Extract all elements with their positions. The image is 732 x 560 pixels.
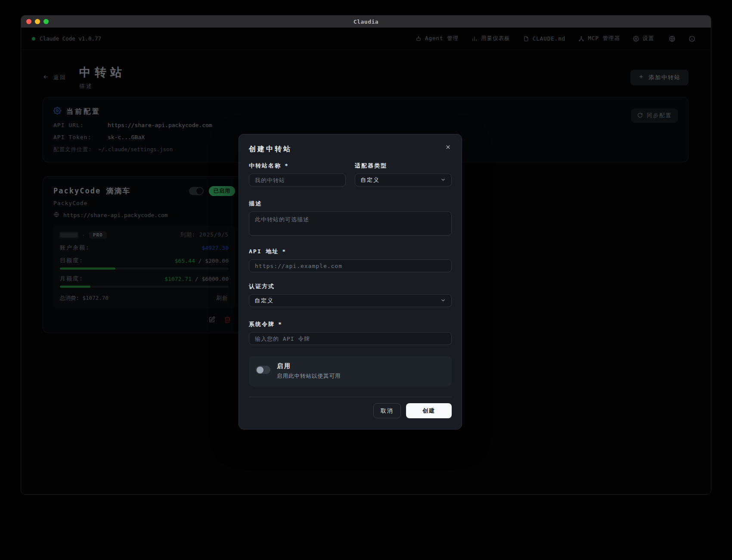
adapter-field-group: 适配器类型 自定义: [355, 162, 452, 187]
traffic-lights: [26, 19, 49, 24]
name-field-group: 中转站名称*: [249, 162, 346, 187]
required-asterisk: *: [285, 162, 288, 169]
modal-title: 创建中转站: [249, 145, 452, 154]
chevron-down-icon: [440, 176, 446, 184]
enable-description: 启用此中转站以使其可用: [277, 373, 341, 380]
enable-label: 启用: [277, 362, 341, 370]
toggle-knob: [257, 367, 264, 373]
modal-footer: 取消 创建: [249, 403, 452, 418]
api-url-label: API 地址*: [249, 248, 452, 255]
window-title: Claudia: [354, 19, 378, 25]
auth-method-label: 认证方式: [249, 283, 452, 290]
zoom-window-button[interactable]: [43, 19, 49, 24]
token-label: 系统令牌*: [249, 320, 452, 328]
app-window: Claudia Claude Code v1.0.77 Agent 管理 用量仪…: [21, 15, 711, 495]
titlebar: Claudia: [21, 16, 711, 28]
api-url-field-group: API 地址*: [249, 248, 452, 272]
modal-divider: [249, 397, 452, 397]
enable-texts: 启用 启用此中转站以使其可用: [277, 362, 341, 380]
description-field-group: 描述: [249, 200, 452, 237]
create-station-modal: 创建中转站 中转站名称* 适配器类型 自定义: [239, 134, 462, 429]
auth-field-group: 认证方式 自定义: [249, 283, 452, 307]
adapter-type-select[interactable]: 自定义: [355, 174, 452, 187]
auth-selected-value: 自定义: [254, 297, 274, 305]
token-field-group: 系统令牌*: [249, 320, 452, 345]
name-label: 中转站名称*: [249, 162, 346, 170]
description-label: 描述: [249, 200, 452, 208]
close-window-button[interactable]: [26, 19, 31, 24]
required-asterisk: *: [282, 248, 285, 255]
minimize-window-button[interactable]: [35, 19, 40, 24]
auth-method-select[interactable]: 自定义: [249, 294, 452, 307]
adapter-label: 适配器类型: [355, 162, 452, 170]
screen: Claudia Claude Code v1.0.77 Agent 管理 用量仪…: [0, 0, 732, 560]
cancel-button[interactable]: 取消: [373, 403, 401, 418]
close-icon: [445, 144, 451, 152]
station-name-input[interactable]: [249, 174, 346, 187]
system-token-input[interactable]: [249, 332, 452, 345]
chevron-down-icon: [440, 297, 446, 305]
adapter-selected-value: 自定义: [360, 176, 380, 184]
enable-panel: 启用 启用此中转站以使其可用: [249, 356, 452, 386]
name-adapter-row: 中转站名称* 适配器类型 自定义: [249, 162, 452, 187]
close-modal-button[interactable]: [444, 143, 452, 153]
create-button[interactable]: 创建: [406, 403, 452, 418]
window-body: Claude Code v1.0.77 Agent 管理 用量仪表板 CLAUD…: [21, 28, 711, 495]
enable-toggle[interactable]: [256, 366, 270, 374]
api-url-input[interactable]: [249, 259, 452, 272]
required-asterisk: *: [278, 321, 282, 327]
description-textarea[interactable]: [249, 212, 452, 236]
